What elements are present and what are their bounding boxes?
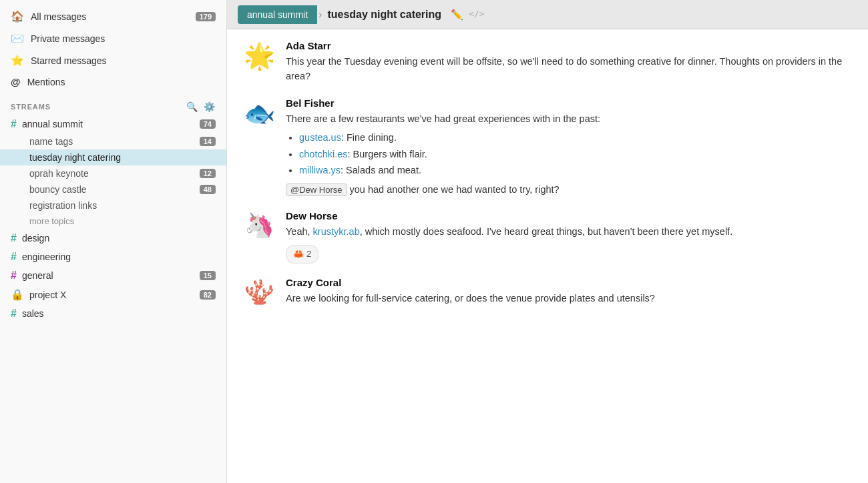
message-body-coral: Are we looking for full-service catering… [286,291,852,306]
sidebar-item-private-messages[interactable]: ✉️ Private messages [0,27,226,49]
avatar-dew: 🦄 [243,210,275,239]
sender-name-bel: Bel Fisher [286,97,852,109]
chat-header: annual summit › tuesday night catering ✏… [227,0,868,29]
stream-item-sales[interactable]: # sales [0,304,226,323]
mention-dew-horse: @Dew Horse [286,183,347,196]
topic-badge-oprah-keynote: 12 [200,169,216,178]
hash-icon-engineering: # [11,251,17,263]
more-topics-link[interactable]: more topics [0,213,226,229]
message-body-ada: This year the Tuesday evening event will… [286,54,852,84]
streams-header-icons: 🔍 ⚙️ [186,101,216,112]
restaurant-list: gustea.us: Fine dining. chotchki.es: Bur… [299,130,852,177]
topic-name-tags[interactable]: name tags 14 [0,133,226,149]
message-content-coral: Crazy Coral Are we looking for full-serv… [286,277,852,306]
message-group-dew: 🦄 Dew Horse Yeah, krustykr.ab, which mos… [243,210,852,264]
stream-label-project-x: project X [29,290,66,300]
list-item-gustea: gustea.us: Fine dining. [299,130,852,145]
gear-streams-icon[interactable]: ⚙️ [204,101,216,112]
message-group-ada: 🌟 Ada Starr This year the Tuesday evenin… [243,40,852,84]
message-content-bel: Bel Fisher There are a few restaurants w… [286,97,852,197]
stream-label-annual-summit: annual summit [22,119,83,129]
sidebar-item-mentions[interactable]: @ Mentions [0,71,226,92]
search-streams-icon[interactable]: 🔍 [186,101,198,112]
header-action-icons: ✏️ </> [451,9,484,21]
topic-badge-bouncy-castle: 48 [200,185,216,194]
stream-label-general: general [22,270,53,281]
private-messages-label: Private messages [31,33,105,44]
chotchki-link[interactable]: chotchki.es [299,149,348,159]
breadcrumb-arrow: › [318,9,322,21]
sidebar-item-all-messages[interactable]: 🏠 All messages 179 [0,5,226,27]
topic-bouncy-castle[interactable]: bouncy castle 48 [0,181,226,197]
hash-icon-sales: # [11,308,17,320]
stream-item-project-x[interactable]: 🔒 project X 82 [0,285,226,304]
milliwa-link[interactable]: milliwa.ys [299,165,341,175]
crab-emoji: 🦀 [293,248,304,261]
home-icon: 🏠 [11,10,24,23]
at-icon: @ [11,76,21,87]
message-body-dew: Yeah, krustykr.ab, which mostly does sea… [286,224,852,264]
breadcrumb-stream[interactable]: annual summit [238,5,317,24]
avatar-ada: 🌟 [243,40,275,71]
topic-label-bouncy-castle: bouncy castle [29,184,87,195]
stream-badge-project-x: 82 [200,290,216,300]
code-icon[interactable]: </> [469,9,484,21]
breadcrumb-topic: tuesday night catering [323,9,445,21]
streams-label: STREAMS [11,103,51,111]
topic-tuesday-night-catering[interactable]: tuesday night catering [0,149,226,165]
stream-label-engineering: engineering [22,252,71,262]
stream-item-design[interactable]: # design [0,229,226,248]
all-messages-label: All messages [31,11,86,22]
edit-topic-icon[interactable]: ✏️ [451,9,463,21]
krustykr-link[interactable]: krustykr.ab [313,226,360,237]
sidebar-item-starred-messages[interactable]: ⭐ Starred messages [0,49,226,71]
topic-label-name-tags: name tags [29,136,73,147]
topic-badge-name-tags: 14 [200,137,216,146]
lock-icon-project-x: 🔒 [11,288,24,301]
topic-label-oprah-keynote: oprah keynote [29,168,89,179]
sender-name-ada: Ada Starr [286,40,852,51]
topic-label-registration-links: registration links [29,200,97,211]
hash-icon-general: # [11,270,17,282]
stream-badge-annual-summit: 74 [200,119,216,129]
envelope-icon: ✉️ [11,32,24,45]
message-body-bel: There are a few restaurants we've had gr… [286,111,852,197]
avatar-bel: 🐟 [243,97,275,128]
stream-item-annual-summit[interactable]: # annual summit 74 [0,115,226,133]
sender-name-coral: Crazy Coral [286,277,852,288]
list-item-chotchki: chotchki.es: Burgers with flair. [299,147,852,161]
gustea-link[interactable]: gustea.us [299,132,341,143]
mentions-label: Mentions [27,77,65,87]
stream-item-general[interactable]: # general 15 [0,266,226,285]
sidebar: 🏠 All messages 179 ✉️ Private messages ⭐… [0,0,227,483]
avatar-coral: 🪸 [243,277,275,306]
starred-messages-label: Starred messages [31,55,107,66]
reaction-count-crab: 2 [306,248,311,261]
stream-label-sales: sales [22,308,44,319]
stream-item-engineering[interactable]: # engineering [0,248,226,266]
message-group-coral: 🪸 Crazy Coral Are we looking for full-se… [243,277,852,306]
message-group-bel: 🐟 Bel Fisher There are a few restaurants… [243,97,852,197]
stream-label-design: design [22,233,49,244]
topic-oprah-keynote[interactable]: oprah keynote 12 [0,165,226,181]
hash-icon-design: # [11,232,17,244]
sender-name-dew: Dew Horse [286,210,852,221]
list-item-milliwa: milliwa.ys: Salads and meat. [299,163,852,177]
message-content-ada: Ada Starr This year the Tuesday evening … [286,40,852,84]
streams-section-header: STREAMS 🔍 ⚙️ [0,92,226,115]
stream-badge-general: 15 [200,271,216,280]
top-nav: 🏠 All messages 179 ✉️ Private messages ⭐… [0,5,226,92]
topic-label-tuesday-night-catering: tuesday night catering [29,152,121,163]
messages-list: 🌟 Ada Starr This year the Tuesday evenin… [227,29,868,483]
reaction-crab[interactable]: 🦀 2 [286,245,318,264]
message-content-dew: Dew Horse Yeah, krustykr.ab, which mostl… [286,210,852,264]
all-messages-badge: 179 [196,12,216,21]
topic-registration-links[interactable]: registration links [0,197,226,213]
hash-icon-annual-summit: # [11,118,17,130]
main-chat-area: annual summit › tuesday night catering ✏… [227,0,868,483]
star-icon: ⭐ [11,54,24,67]
